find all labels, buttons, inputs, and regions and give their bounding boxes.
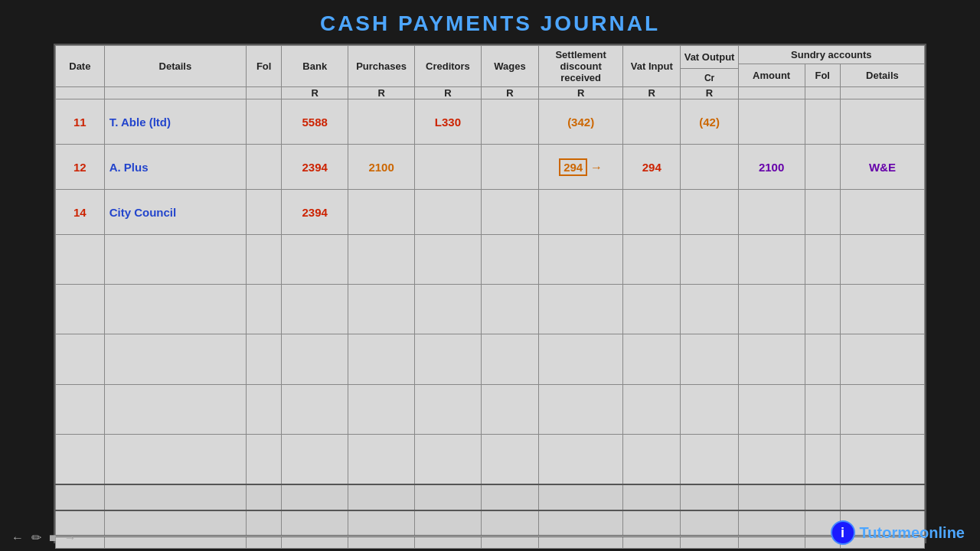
totals-row-2	[56, 510, 925, 536]
cell-purchases-1	[348, 99, 415, 145]
currency-settlement: R	[539, 87, 623, 99]
header-fol2: Fol	[805, 64, 840, 87]
cell-fol2-1	[805, 99, 840, 145]
screen: CASH PAYMENTS JOURNAL Date Details Fol B…	[0, 0, 980, 551]
forward-icon[interactable]: →	[64, 531, 77, 545]
logo-text-tutor: Tutor	[860, 524, 898, 541]
cell-amount-3	[738, 190, 805, 235]
cell-fol2-2	[805, 145, 840, 190]
currency-date	[56, 87, 105, 99]
cell-bank-3: 2394	[282, 190, 348, 235]
logo-icon: i	[831, 520, 855, 545]
cell-details-1: T. Able (ltd)	[104, 99, 246, 145]
currency-creditors: R	[415, 87, 482, 99]
cell-amount-2: 2100	[738, 145, 805, 190]
cell-creditors-2	[415, 145, 482, 190]
header-vat-output: Vat Output	[681, 46, 738, 69]
cell-vat-input-1	[623, 99, 681, 145]
header-creditors: Creditors	[415, 46, 482, 87]
currency-details	[104, 87, 246, 99]
cell-amount-1	[738, 99, 805, 145]
logo-icon-letter: i	[841, 525, 844, 541]
cell-creditors-3	[415, 190, 482, 235]
table-row	[56, 235, 925, 285]
logo-text-online: online	[920, 524, 965, 541]
cell-vat-input-3	[623, 190, 681, 235]
cell-details2-1	[840, 99, 924, 145]
cell-vat-output-3	[681, 190, 738, 235]
cell-fol-3	[246, 190, 281, 235]
cell-fol-2	[246, 145, 281, 190]
table-row: 12 A. Plus 2394 2100 294 → 294 2100 W&E	[56, 145, 925, 190]
cell-date-3: 14	[56, 190, 105, 235]
header-details2: Details	[840, 64, 924, 87]
table-row	[56, 384, 925, 434]
bottom-toolbar: ← ✏ ■ →	[11, 530, 77, 545]
table-row	[56, 334, 925, 384]
stop-icon[interactable]: ■	[49, 531, 57, 545]
currency-row: R R R R R R R	[56, 87, 925, 99]
cell-bank-1: 5588	[282, 99, 348, 145]
brand-logo: i Tutormeonline	[831, 520, 965, 545]
header-sundry: Sundry accounts	[738, 46, 924, 64]
cell-date-1: 11	[56, 99, 105, 145]
cell-settlement-3	[539, 190, 623, 235]
cell-details2-3	[840, 190, 924, 235]
header-row: Date Details Fol Bank Purchases Creditor…	[56, 46, 925, 64]
currency-purchases: R	[348, 87, 415, 99]
table-row: 14 City Council 2394	[56, 190, 925, 235]
header-settlement: Settlement discount received	[539, 46, 623, 87]
cell-wages-2	[481, 145, 538, 190]
cell-wages-3	[481, 190, 538, 235]
header-details: Details	[104, 46, 246, 87]
cell-fol-1	[246, 99, 281, 145]
table-row: 11 T. Able (ltd) 5588 L330 (342) (42)	[56, 99, 925, 145]
cell-settlement-1: (342)	[539, 99, 623, 145]
header-purchases: Purchases	[348, 46, 415, 87]
header-fol: Fol	[246, 46, 281, 87]
journal-container: Date Details Fol Bank Purchases Creditor…	[54, 44, 926, 543]
cell-wages-1	[481, 99, 538, 145]
currency-vat-input: R	[623, 87, 681, 99]
header-amount: Amount	[738, 64, 805, 87]
table-row	[56, 285, 925, 334]
cell-purchases-2: 2100	[348, 145, 415, 190]
currency-wages: R	[481, 87, 538, 99]
currency-amount	[738, 87, 805, 99]
currency-fol	[246, 87, 281, 99]
page-title: CASH PAYMENTS JOURNAL	[320, 11, 660, 36]
table-row	[56, 434, 925, 484]
totals-row-1	[56, 484, 925, 510]
header-vat-input: Vat Input	[623, 46, 681, 87]
cell-vat-output-2	[681, 145, 738, 190]
cell-bank-2: 2394	[282, 145, 348, 190]
logo-text: Tutormeonline	[860, 524, 965, 542]
header-vat-output-cr: Cr	[681, 69, 738, 87]
currency-details2	[840, 87, 924, 99]
header-bank: Bank	[282, 46, 348, 87]
currency-vat-output: R	[681, 87, 738, 99]
currency-fol2	[805, 87, 840, 99]
double-line-row	[56, 536, 925, 549]
currency-bank: R	[282, 87, 348, 99]
cell-purchases-3	[348, 190, 415, 235]
journal-table: Date Details Fol Bank Purchases Creditor…	[55, 45, 925, 542]
cell-vat-input-2: 294	[623, 145, 681, 190]
back-icon[interactable]: ←	[11, 531, 24, 545]
cell-details-2: A. Plus	[104, 145, 246, 190]
cell-date-2: 12	[56, 145, 105, 190]
logo-text-me: me	[897, 524, 920, 541]
cell-vat-output-1: (42)	[681, 99, 738, 145]
cell-fol2-3	[805, 190, 840, 235]
header-wages: Wages	[481, 46, 538, 87]
cell-details-3: City Council	[104, 190, 246, 235]
cell-details2-2: W&E	[840, 145, 924, 190]
pencil-icon[interactable]: ✏	[31, 530, 41, 545]
cell-creditors-1: L330	[415, 99, 482, 145]
cell-settlement-2: 294 →	[539, 145, 623, 190]
header-date: Date	[56, 46, 105, 87]
